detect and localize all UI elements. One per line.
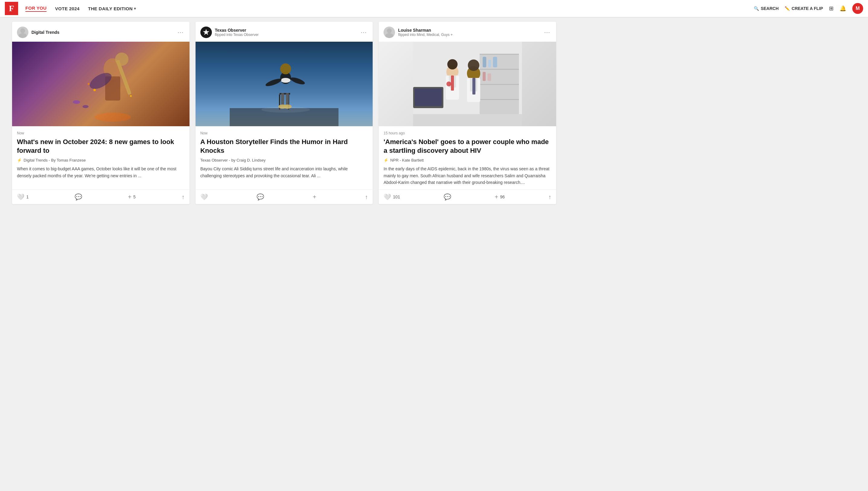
flip-count: 96	[500, 195, 505, 199]
nav-daily-edition[interactable]: THE DAILY EDITION ▾	[88, 6, 136, 11]
svg-point-51	[468, 59, 479, 71]
flip-count: 5	[133, 195, 136, 199]
card-image[interactable]	[12, 42, 190, 126]
like-count: 1	[26, 195, 29, 199]
nav-for-you[interactable]: FOR YOU	[25, 5, 47, 12]
svg-point-12	[130, 95, 132, 97]
svg-point-1	[19, 33, 27, 38]
bolt-icon: ⚡	[17, 158, 22, 163]
svg-rect-40	[483, 72, 486, 81]
byline-text: Digital Trends - By Tomas Franzese	[24, 158, 86, 163]
card-time: Now	[17, 131, 185, 135]
flip-button[interactable]: + 5	[128, 194, 135, 201]
comment-button[interactable]: 💬	[444, 193, 451, 201]
user-avatar[interactable]: M	[852, 3, 863, 14]
more-options-button[interactable]: ⋯	[543, 28, 551, 36]
more-options-button[interactable]: ⋯	[176, 28, 185, 36]
source-sub: flipped into Texas Observer	[215, 33, 259, 37]
more-options-button[interactable]: ⋯	[359, 28, 368, 36]
comment-icon: 💬	[75, 193, 82, 201]
card-body: Now A Houston Storyteller Finds the Humo…	[195, 126, 373, 189]
card-footer: 🤍 101 💬 + 96 ↑	[379, 189, 556, 204]
svg-point-45	[447, 59, 458, 69]
source-info: Digital Trends	[31, 30, 59, 35]
card-excerpt: When it comes to big-budget AAA games, O…	[17, 166, 185, 179]
logo-letter: F	[9, 4, 14, 13]
card-byline: ⚡ Digital Trends - By Tomas Franzese	[17, 158, 185, 163]
comment-button[interactable]: 💬	[256, 193, 264, 201]
source-avatar	[383, 27, 395, 38]
heart-icon: 🤍	[17, 193, 25, 201]
svg-point-23	[290, 76, 305, 86]
svg-point-5	[115, 53, 129, 66]
svg-point-20	[280, 63, 291, 74]
svg-point-21	[281, 78, 291, 83]
main-nav: FOR YOU VOTE 2024 THE DAILY EDITION ▾	[25, 5, 754, 12]
svg-point-11	[88, 83, 89, 85]
source-avatar-inner	[17, 27, 28, 38]
nav-vote-2024[interactable]: VOTE 2024	[55, 6, 80, 11]
create-flip-button[interactable]: ✏️ CREATE A FLIP	[785, 6, 823, 11]
card-image[interactable]	[379, 42, 556, 126]
svg-rect-39	[493, 57, 497, 67]
grid-icon[interactable]: ⊞	[829, 5, 834, 12]
svg-rect-25	[286, 93, 289, 105]
search-button[interactable]: 🔍 SEARCH	[754, 6, 779, 11]
heart-icon: 🤍	[383, 193, 391, 201]
card-source: Digital Trends	[17, 27, 59, 38]
card-source: Texas Observer flipped into Texas Observ…	[200, 27, 259, 38]
svg-point-28	[262, 107, 310, 113]
card-footer: 🤍 1 💬 + 5 ↑	[12, 189, 190, 204]
card-source: Louise Sharman flipped into Mind, Medica…	[383, 27, 453, 38]
share-button[interactable]: ↑	[365, 194, 368, 201]
svg-point-8	[73, 100, 80, 104]
plus-icon: +	[495, 194, 498, 201]
card-title[interactable]: What's new in October 2024: 8 new games …	[17, 138, 185, 155]
search-label: SEARCH	[761, 6, 779, 11]
svg-point-29	[387, 28, 392, 33]
article-card: Digital Trends ⋯	[12, 22, 190, 204]
source-name[interactable]: Texas Observer	[215, 28, 259, 33]
share-button[interactable]: ↑	[182, 194, 185, 201]
svg-point-0	[20, 28, 25, 33]
flipboard-logo[interactable]: F	[5, 2, 18, 15]
share-icon: ↑	[548, 194, 551, 201]
plus-icon: +	[128, 194, 132, 201]
card-body: 15 hours ago 'America's Nobel' goes to a…	[379, 126, 556, 189]
chevron-down-icon: ▾	[134, 6, 136, 11]
svg-rect-36	[480, 99, 519, 100]
share-icon: ↑	[182, 194, 185, 201]
card-title[interactable]: 'America's Nobel' goes to a power couple…	[383, 138, 551, 155]
header: F FOR YOU VOTE 2024 THE DAILY EDITION ▾ …	[0, 0, 868, 17]
source-name[interactable]: Digital Trends	[31, 30, 59, 35]
byline-text: NPR - Kate Bartlett	[390, 158, 424, 163]
svg-rect-57	[413, 114, 522, 126]
comment-icon: 💬	[444, 193, 451, 201]
like-button[interactable]: 🤍 101	[383, 193, 400, 201]
card-title[interactable]: A Houston Storyteller Finds the Humor in…	[200, 138, 368, 155]
like-button[interactable]: 🤍 1	[17, 193, 29, 201]
svg-rect-48	[454, 76, 456, 88]
source-avatar	[17, 27, 28, 38]
svg-rect-33	[480, 54, 519, 55]
card-image[interactable]	[195, 42, 373, 126]
article-card: Louise Sharman flipped into Mind, Medica…	[379, 22, 556, 204]
flip-button[interactable]: + 96	[495, 194, 505, 201]
source-avatar	[200, 27, 212, 38]
source-sub: flipped into Mind, Medical, Guys +	[398, 33, 453, 37]
share-button[interactable]: ↑	[548, 194, 551, 201]
card-excerpt: In the early days of the AIDS epidemic, …	[383, 166, 551, 186]
article-card: Texas Observer flipped into Texas Observ…	[195, 22, 373, 204]
flip-button[interactable]: +	[313, 194, 317, 201]
notifications-icon[interactable]: 🔔	[840, 5, 846, 12]
bolt-icon: ⚡	[383, 158, 388, 163]
source-name[interactable]: Louise Sharman	[398, 28, 453, 33]
comment-icon: 💬	[256, 193, 264, 201]
svg-point-56	[446, 82, 451, 86]
plus-icon: +	[313, 194, 317, 201]
like-button[interactable]: 🤍	[200, 193, 208, 201]
byline-text: Texas Observer - by Craig D. Lindsey	[200, 158, 266, 163]
comment-button[interactable]: 💬	[75, 193, 82, 201]
card-footer: 🤍 💬 + ↑	[195, 189, 373, 204]
share-icon: ↑	[365, 194, 368, 201]
